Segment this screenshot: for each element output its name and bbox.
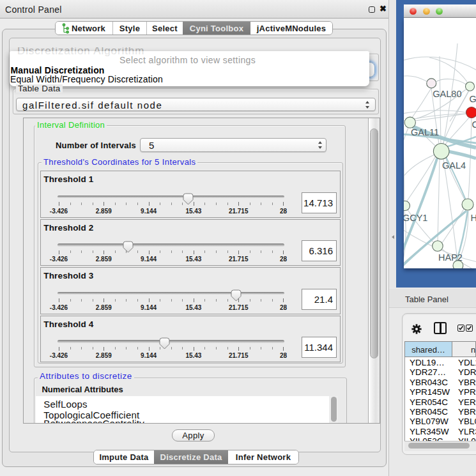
svg-text:GCY1: GCY1 <box>404 213 427 223</box>
svg-text:HAP2: HAP2 <box>438 252 463 263</box>
svg-text:GAL: GAL <box>470 94 476 104</box>
svg-text:HA: HA <box>471 213 476 223</box>
svg-text:GAL11: GAL11 <box>411 127 439 137</box>
svg-text:C: C <box>472 119 476 130</box>
svg-text:GAL80: GAL80 <box>433 89 461 99</box>
svg-text:GAL4: GAL4 <box>442 160 466 171</box>
